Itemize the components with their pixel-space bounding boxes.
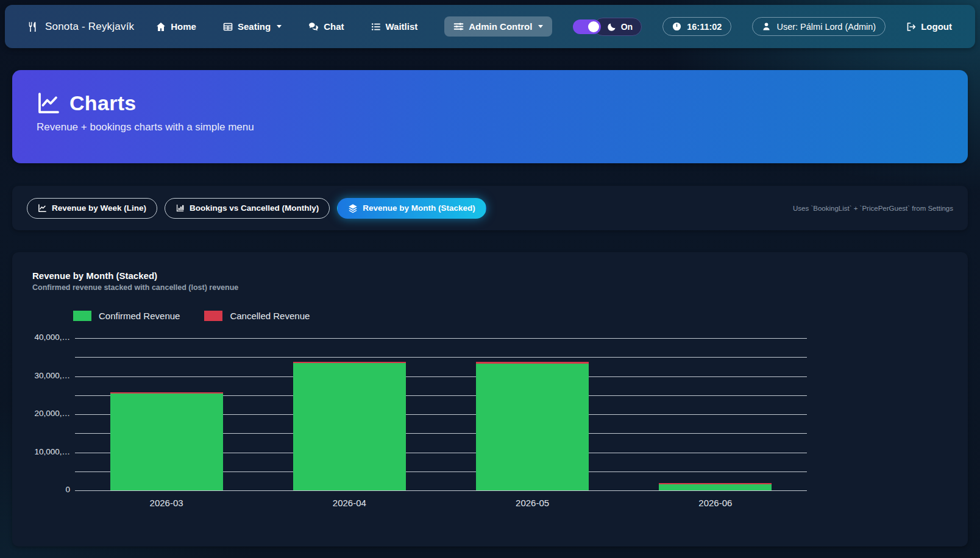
- nav-item-chat[interactable]: Chat: [308, 21, 344, 32]
- sliders-icon: [453, 21, 464, 32]
- chat-icon: [308, 21, 319, 32]
- logout-label: Logout: [921, 21, 952, 32]
- legend-swatch-cancelled: [204, 311, 222, 321]
- nav-item-label: Seating: [238, 21, 271, 32]
- bar-confirmed-2026-03[interactable]: [110, 394, 223, 490]
- y-axis-tick-label: 40,000,…: [32, 333, 70, 342]
- nav-item-label: Waitlist: [386, 21, 418, 32]
- theme-state-label: On: [621, 22, 633, 32]
- nav-item-home[interactable]: Home: [156, 21, 196, 32]
- legend-item-confirmed[interactable]: Confirmed Revenue: [73, 311, 180, 321]
- table-grid-icon: [223, 22, 233, 32]
- chart-plot: 010,000,…20,000,…30,000,…40,000,…2026-03…: [75, 338, 807, 490]
- brand[interactable]: Sonota - Reykjavík: [28, 21, 134, 33]
- line-chart-icon: [38, 203, 47, 213]
- bar-chart-icon: [176, 203, 185, 213]
- layers-icon: [348, 203, 358, 213]
- bar-cancelled-2026-04[interactable]: [293, 362, 406, 363]
- x-axis-tick-label: 2026-06: [679, 498, 752, 508]
- clock-icon: [672, 22, 681, 31]
- chart-line-icon: [37, 91, 61, 115]
- x-axis-tick-label: 2026-05: [496, 498, 569, 508]
- clock-value: 16:11:02: [687, 22, 722, 32]
- chart-button-label: Bookings vs Cancelled (Monthly): [190, 203, 319, 213]
- theme-toggle-switch[interactable]: [573, 19, 601, 34]
- gridline: [75, 357, 807, 358]
- nav-item-label: Admin Control: [469, 21, 532, 32]
- chart-menu-buttons: Revenue by Week (Line) Bookings vs Cance…: [27, 198, 486, 219]
- chart-button-label: Revenue by Week (Line): [52, 203, 146, 213]
- page-title: Charts: [69, 91, 137, 115]
- logout-button[interactable]: Logout: [906, 21, 952, 32]
- nav-item-seating[interactable]: Seating: [223, 21, 282, 32]
- chart-card: Revenue by Month (Stacked) Confirmed rev…: [12, 252, 968, 546]
- toggle-knob: [588, 21, 599, 32]
- logout-icon: [906, 22, 916, 32]
- list-icon: [371, 22, 381, 32]
- user-label: User: Pálmi Lord (Admin): [776, 22, 876, 32]
- chart-button-bookings-cancelled[interactable]: Bookings vs Cancelled (Monthly): [165, 198, 330, 219]
- home-icon: [156, 22, 166, 32]
- x-axis-tick-label: 2026-03: [130, 498, 203, 508]
- gridline: [75, 376, 807, 377]
- y-axis-tick-label: 10,000,…: [32, 447, 70, 456]
- bar-confirmed-2026-05[interactable]: [476, 364, 589, 490]
- chart-menu-hint: Uses `BookingList` + `PricePerGuest` fro…: [793, 205, 953, 212]
- legend-label: Confirmed Revenue: [99, 311, 180, 321]
- theme-toggle-group: On: [573, 18, 642, 36]
- legend-item-cancelled[interactable]: Cancelled Revenue: [204, 311, 310, 321]
- nav-item-waitlist[interactable]: Waitlist: [371, 21, 418, 32]
- y-axis-tick-label: 0: [32, 485, 70, 494]
- x-axis-tick-label: 2026-04: [313, 498, 386, 508]
- y-axis-tick-label: 30,000,…: [32, 371, 70, 380]
- chart-menu-card: Revenue by Week (Line) Bookings vs Cance…: [12, 186, 968, 230]
- legend-swatch-confirmed: [73, 311, 91, 321]
- navbar-right: On 16:11:02 User: Pálmi Lord (Admin) Log…: [573, 17, 952, 36]
- page-subtitle: Revenue + bookings charts with a simple …: [37, 121, 943, 133]
- chevron-down-icon: [538, 25, 543, 28]
- chart-title: Revenue by Month (Stacked): [32, 270, 157, 281]
- gridline: [75, 338, 807, 339]
- chart-subtitle: Confirmed revenue stacked with cancelled…: [32, 283, 238, 292]
- y-axis-tick-label: 20,000,…: [32, 409, 70, 418]
- chart-button-revenue-month-stacked[interactable]: Revenue by Month (Stacked): [337, 198, 486, 219]
- bar-confirmed-2026-04[interactable]: [293, 363, 406, 490]
- bar-confirmed-2026-06[interactable]: [659, 484, 772, 490]
- moon-icon: [608, 22, 617, 31]
- nav-item-label: Chat: [324, 21, 344, 32]
- chevron-down-icon: [277, 25, 282, 28]
- navbar: Sonota - Reykjavík Home Seating Chat: [5, 5, 975, 48]
- user-badge: User: Pálmi Lord (Admin): [752, 17, 886, 36]
- legend-label: Cancelled Revenue: [230, 311, 310, 321]
- bar-cancelled-2026-05[interactable]: [476, 362, 589, 364]
- chart-button-label: Revenue by Month (Stacked): [363, 203, 475, 213]
- utensils-icon: [28, 21, 39, 32]
- page-header: Charts Revenue + bookings charts with a …: [12, 70, 968, 163]
- clock-badge: 16:11:02: [662, 17, 731, 36]
- bar-cancelled-2026-06[interactable]: [659, 483, 772, 484]
- gridline: [75, 490, 807, 491]
- nav-item-admin-control[interactable]: Admin Control: [444, 16, 552, 37]
- person-icon: [762, 22, 771, 31]
- chart-legend: Confirmed Revenue Cancelled Revenue: [73, 311, 310, 321]
- nav-item-label: Home: [171, 21, 196, 32]
- chart-button-revenue-week[interactable]: Revenue by Week (Line): [27, 198, 157, 219]
- bar-cancelled-2026-03[interactable]: [110, 392, 223, 394]
- nav-links: Home Seating Chat Waitlist Admin Cont: [156, 16, 552, 37]
- brand-label: Sonota - Reykjavík: [45, 21, 134, 33]
